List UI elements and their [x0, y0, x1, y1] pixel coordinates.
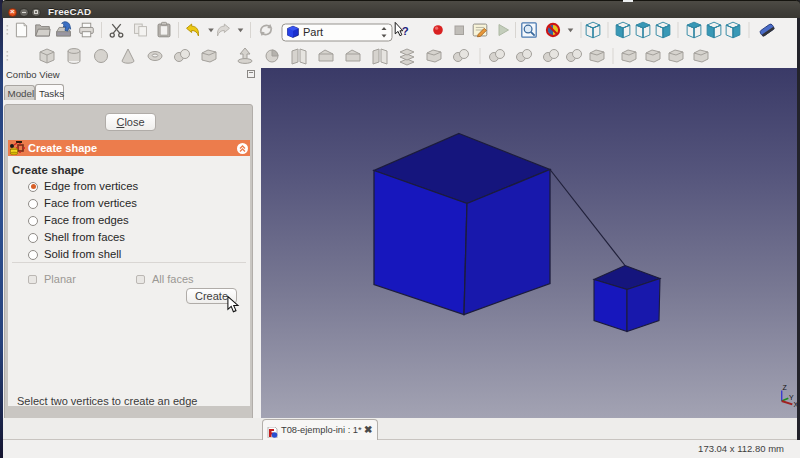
- svg-text:Z: Z: [783, 384, 788, 391]
- svg-text:Y: Y: [789, 394, 794, 401]
- svg-text:?: ?: [402, 25, 409, 37]
- svg-text:Part: Part: [303, 26, 323, 38]
- svg-text:X: X: [794, 401, 798, 408]
